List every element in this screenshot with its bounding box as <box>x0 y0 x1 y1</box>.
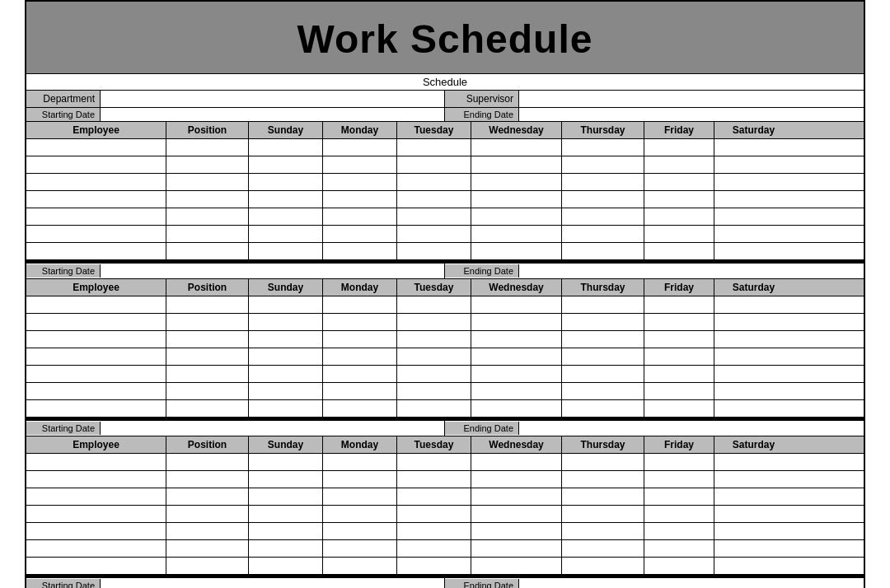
header-row-2: Employee Position Sunday Monday Tuesday … <box>26 279 864 296</box>
starting-date-value-3[interactable] <box>101 421 444 436</box>
table-row <box>26 558 864 575</box>
table-row <box>26 314 864 331</box>
title-row: Work Schedule <box>26 2 864 73</box>
schedule-section-3: Employee Position Sunday Monday Tuesday … <box>26 436 864 576</box>
table-row <box>26 383 864 400</box>
table-row <box>26 400 864 418</box>
col-wednesday-3: Wednesday <box>471 436 562 453</box>
col-position-1: Position <box>166 122 249 138</box>
table-row <box>26 523 864 540</box>
ending-date-value-4[interactable] <box>519 578 864 588</box>
starting-date-label-3: Starting Date <box>26 422 101 435</box>
work-schedule-container: Work Schedule Schedule Department Superv… <box>25 0 865 588</box>
department-label: Department <box>26 91 101 107</box>
table-row <box>26 191 864 208</box>
col-wednesday-1: Wednesday <box>471 122 562 138</box>
table-row <box>26 471 864 488</box>
starting-date-value-4[interactable] <box>101 578 444 588</box>
ending-date-label-3: Ending Date <box>445 422 519 435</box>
schedule-section-1: Employee Position Sunday Monday Tuesday … <box>26 122 864 262</box>
col-monday-3: Monday <box>323 436 397 453</box>
table-row <box>26 454 864 471</box>
table-row <box>26 540 864 558</box>
section-2-end: Ending Date <box>445 264 864 278</box>
section-4-end: Ending Date <box>445 578 864 588</box>
col-friday-3: Friday <box>644 436 714 453</box>
col-thursday-1: Thursday <box>562 122 644 138</box>
col-tuesday-2: Tuesday <box>397 279 471 296</box>
top-starting-cell: Starting Date <box>26 108 445 121</box>
col-sunday-2: Sunday <box>249 279 323 296</box>
col-tuesday-1: Tuesday <box>397 122 471 138</box>
starting-date-label-2: Starting Date <box>26 264 101 278</box>
page-title: Work Schedule <box>26 16 864 62</box>
department-value[interactable] <box>101 96 444 101</box>
section-3-end: Ending Date <box>445 421 864 436</box>
date-row-4: Starting Date Ending Date <box>26 576 864 588</box>
schedule-section-2: Employee Position Sunday Monday Tuesday … <box>26 279 864 419</box>
ending-date-label-2: Ending Date <box>445 264 519 278</box>
col-saturday-3: Saturday <box>714 436 793 453</box>
dept-supervisor-row: Department Supervisor <box>26 91 864 108</box>
col-sunday-3: Sunday <box>249 436 323 453</box>
table-row <box>26 156 864 174</box>
schedule-label: Schedule <box>26 73 864 91</box>
col-saturday-2: Saturday <box>714 279 793 296</box>
table-row <box>26 208 864 226</box>
col-tuesday-3: Tuesday <box>397 436 471 453</box>
table-row <box>26 506 864 523</box>
header-row-3: Employee Position Sunday Monday Tuesday … <box>26 436 864 454</box>
table-row <box>26 488 864 506</box>
starting-date-value-2[interactable] <box>101 264 444 278</box>
starting-date-label-4: Starting Date <box>26 579 101 588</box>
table-row <box>26 348 864 366</box>
starting-date-value-1[interactable] <box>101 113 444 116</box>
section-2-start: Starting Date <box>26 264 445 278</box>
table-row <box>26 139 864 156</box>
col-employee-3: Employee <box>26 436 166 453</box>
table-row <box>26 296 864 314</box>
col-employee-1: Employee <box>26 122 166 138</box>
section-3-start: Starting Date <box>26 421 445 436</box>
table-row <box>26 174 864 191</box>
col-friday-2: Friday <box>644 279 714 296</box>
table-row <box>26 366 864 383</box>
table-row <box>26 226 864 243</box>
ending-date-label-4: Ending Date <box>445 579 519 588</box>
date-row-2: Starting Date Ending Date <box>26 262 864 279</box>
supervisor-cell: Supervisor <box>445 91 864 107</box>
date-row-3: Starting Date Ending Date <box>26 419 864 436</box>
section-4-start: Starting Date <box>26 578 445 588</box>
col-monday-2: Monday <box>323 279 397 296</box>
ending-date-value-2[interactable] <box>519 264 864 278</box>
col-friday-1: Friday <box>644 122 714 138</box>
ending-date-label-1: Ending Date <box>445 108 519 121</box>
starting-date-label-1: Starting Date <box>26 108 101 121</box>
col-employee-2: Employee <box>26 279 166 296</box>
header-row-1: Employee Position Sunday Monday Tuesday … <box>26 122 864 139</box>
ending-date-value-1[interactable] <box>519 113 864 116</box>
supervisor-value[interactable] <box>519 96 864 101</box>
col-monday-1: Monday <box>323 122 397 138</box>
col-position-3: Position <box>166 436 249 453</box>
table-row <box>26 243 864 260</box>
top-ending-cell: Ending Date <box>445 108 864 121</box>
department-cell: Department <box>26 91 445 107</box>
col-position-2: Position <box>166 279 249 296</box>
col-saturday-1: Saturday <box>714 122 793 138</box>
table-row <box>26 331 864 348</box>
col-wednesday-2: Wednesday <box>471 279 562 296</box>
col-sunday-1: Sunday <box>249 122 323 138</box>
col-thursday-3: Thursday <box>562 436 644 453</box>
supervisor-label: Supervisor <box>445 91 519 107</box>
col-thursday-2: Thursday <box>562 279 644 296</box>
top-date-row: Starting Date Ending Date <box>26 108 864 122</box>
ending-date-value-3[interactable] <box>519 421 864 436</box>
